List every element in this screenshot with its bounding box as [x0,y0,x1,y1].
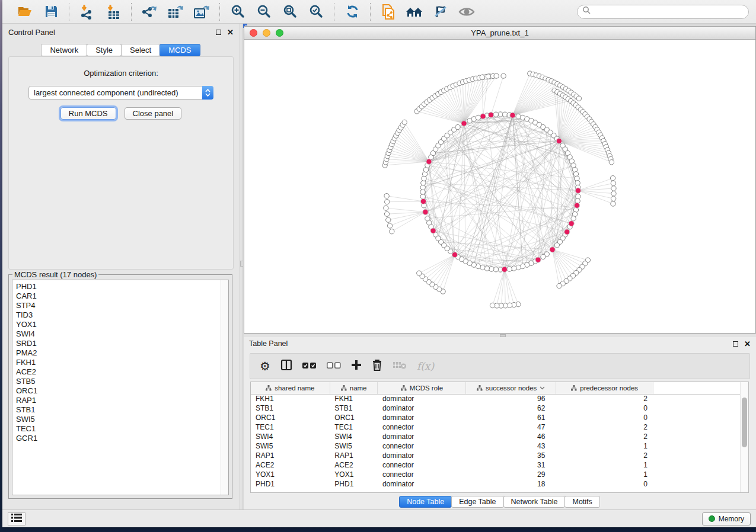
node-table-header[interactable]: shared namenameMCDS rolesuccessor nodesp… [251,382,748,394]
network-node[interactable] [554,243,559,248]
result-node-item[interactable]: SWI5 [16,415,228,424]
search-input[interactable] [591,8,744,16]
zoom-in-button[interactable] [227,2,248,21]
network-node[interactable] [611,186,616,191]
network-node[interactable] [486,74,490,79]
column-header-successor-nodes[interactable]: successor nodes [466,382,556,394]
table-row[interactable]: RAP1RAP1dominator352 [251,451,748,460]
table-row[interactable]: SWI5SWI5connector431 [251,441,748,451]
close-table-panel-icon[interactable]: ✕ [744,340,751,348]
zoom-selected-button[interactable] [305,2,327,21]
home-button[interactable] [404,2,425,21]
criterion-dropdown[interactable]: largest connected component (undirected) [28,86,213,100]
network-window-titlebar[interactable]: YPA_prune.txt_1 [244,27,755,40]
result-node-item[interactable]: SWI4 [16,329,228,339]
network-node[interactable] [493,112,498,117]
delete-column-button[interactable] [372,359,382,373]
export-table-button[interactable] [165,2,186,21]
clone-network-button[interactable] [378,2,399,21]
result-node-item[interactable]: TID3 [16,310,228,320]
search-box[interactable] [577,5,749,19]
result-node-item[interactable]: STB1 [16,405,228,415]
result-node-item[interactable]: YOX1 [16,320,228,329]
table-row[interactable]: SWI4SWI4dominator462 [251,432,748,441]
network-node[interactable] [557,283,562,288]
network-node[interactable] [384,211,389,216]
network-node[interactable] [476,115,480,120]
network-node[interactable] [516,265,521,270]
table-row[interactable]: TEC1TEC1connector472 [251,422,748,432]
network-node[interactable] [610,176,615,181]
memory-button[interactable]: Memory [702,512,751,525]
delete-table-button-disabled[interactable] [393,360,407,372]
network-node[interactable] [501,73,506,78]
table-row[interactable]: ORC1ORC1dominator610 [251,413,748,422]
network-node[interactable] [609,160,614,165]
mcds-hub-node[interactable] [574,203,579,208]
save-session-button[interactable] [40,2,62,21]
function-builder-button-disabled[interactable]: f(x) [417,360,434,372]
network-node[interactable] [575,176,579,181]
show-column-browser-button[interactable] [280,359,292,373]
mcds-hub-node[interactable] [556,138,562,143]
network-node[interactable] [611,201,615,206]
network-node[interactable] [611,191,616,196]
network-node[interactable] [576,96,581,101]
export-network-button[interactable] [139,2,160,21]
open-file-button[interactable] [14,2,36,21]
table-row[interactable]: STB1STB1dominator620 [251,403,748,413]
mcds-hub-node[interactable] [510,113,515,118]
mcds-hub-node[interactable] [564,229,570,235]
zoom-fit-button[interactable] [279,2,301,21]
import-table-button[interactable] [103,2,124,21]
network-node[interactable] [384,194,389,198]
create-column-button[interactable] [351,360,362,373]
tab-style[interactable]: Style [87,44,122,56]
mcds-hub-node[interactable] [423,209,428,214]
select-all-columns-button[interactable] [302,361,317,371]
import-network-button[interactable] [76,2,98,21]
unselect-all-columns-button[interactable] [327,361,341,371]
table-row[interactable]: ACE2ACE2connector311 [251,460,748,470]
result-node-item[interactable]: STP4 [16,301,228,310]
run-mcds-button[interactable]: Run MCDS [60,107,116,120]
network-node[interactable] [489,267,494,271]
show-graphics-button[interactable] [456,2,477,21]
mcds-hub-node[interactable] [452,252,457,257]
hide-annotations-button[interactable] [430,2,451,21]
table-settings-button[interactable]: ⚙ [260,359,270,373]
mcds-hub-node[interactable] [502,267,507,272]
network-node[interactable] [417,271,422,275]
mcds-hub-node[interactable] [426,159,432,164]
network-node[interactable] [507,267,512,271]
network-node[interactable] [541,254,546,259]
network-node[interactable] [402,120,407,124]
network-node[interactable] [390,229,394,233]
result-node-item[interactable]: PMA2 [16,348,228,358]
mcds-hub-node[interactable] [488,112,493,117]
result-node-item[interactable]: RAP1 [16,396,228,405]
column-header-MCDS-role[interactable]: MCDS role [378,382,466,394]
result-node-item[interactable]: ACE2 [16,367,228,377]
network-node[interactable] [494,73,499,78]
result-node-item[interactable]: FKH1 [16,358,228,367]
result-node-item[interactable]: SRD1 [16,339,228,348]
result-list-scrollbar[interactable] [221,280,228,495]
table-row[interactable]: YOX1YOX1connector291 [251,470,748,479]
mcds-hub-node[interactable] [569,221,574,226]
result-node-item[interactable]: STB5 [16,377,228,386]
table-row[interactable]: PHD1PHD1dominator180 [251,479,748,489]
network-node[interactable] [512,266,516,271]
table-scrollbar-thumb[interactable] [742,398,747,447]
close-panel-icon[interactable]: ✕ [227,28,234,36]
network-node[interactable] [573,172,578,177]
column-header-shared-name[interactable]: shared name [251,382,330,394]
mcds-hub-node[interactable] [550,247,555,252]
tab-edge-table[interactable]: Edge Table [451,496,503,508]
column-header-predecessor-nodes[interactable]: predecessor nodes [556,382,653,394]
network-node[interactable] [484,266,489,271]
close-panel-button[interactable]: Close panel [125,107,182,120]
result-node-item[interactable]: ORC1 [16,386,228,396]
tab-motifs[interactable]: Motifs [564,496,599,508]
result-node-item[interactable]: GCR1 [16,434,228,443]
